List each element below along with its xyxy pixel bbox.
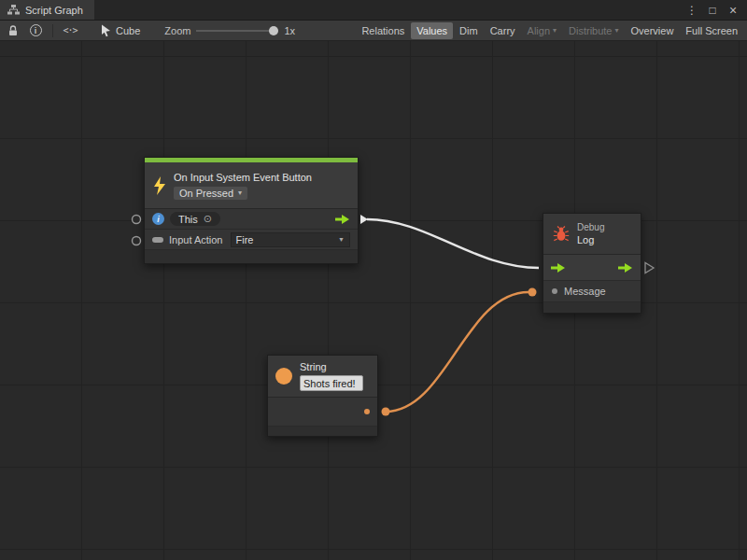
graph-toolbar: i <·> Cube Zoom 1x Relations Values Dim …	[0, 21, 747, 41]
cursor-icon	[100, 24, 111, 37]
on-pressed-dropdown[interactable]: On Pressed ▾	[174, 187, 247, 200]
context-label: Cube	[116, 25, 140, 36]
debug-flow-external-port[interactable]	[645, 263, 654, 273]
string-output-wire-dot[interactable]	[382, 408, 390, 416]
node-on-input-system-event-button[interactable]: On Input System Event Button On Pressed …	[144, 157, 359, 264]
tab-script-graph[interactable]: Script Graph	[0, 0, 94, 20]
input-action-dropdown[interactable]: Fire ▼	[231, 232, 351, 247]
flow-arrow-icon	[618, 263, 633, 273]
distribute-button[interactable]: Distribute ▾	[563, 22, 624, 39]
lock-icon-glyph	[7, 24, 19, 36]
bug-icon	[553, 226, 570, 242]
values-button[interactable]: Values	[411, 22, 453, 39]
message-input-wire-dot[interactable]	[529, 288, 537, 297]
code-preview-icon[interactable]: <·>	[61, 22, 79, 39]
wire-event-to-log[interactable]	[367, 219, 539, 268]
event-node-header-text: On Input System Event Button On Pressed …	[174, 172, 312, 200]
event-node-footer	[145, 250, 358, 263]
flow-arrow-icon	[335, 215, 350, 224]
tab-title: Script Graph	[25, 5, 83, 16]
zoom-value: 1x	[284, 25, 295, 36]
event-input-action-external-port[interactable]	[133, 237, 141, 245]
fullscreen-button[interactable]: Full Screen	[680, 22, 743, 39]
chevron-down-icon: ▼	[338, 236, 345, 243]
carry-button[interactable]: Carry	[485, 22, 521, 39]
debug-node-header-text: Debug Log	[577, 222, 604, 245]
lock-icon[interactable]	[4, 22, 22, 39]
event-this-external-port[interactable]	[133, 216, 141, 224]
event-node-title: On Input System Event Button	[174, 172, 312, 183]
chevron-down-icon: ▾	[553, 26, 557, 35]
lightning-icon	[152, 176, 167, 195]
string-node-title: String	[300, 361, 363, 372]
string-node-body	[268, 398, 377, 427]
string-value-input[interactable]	[300, 375, 363, 391]
overview-button[interactable]: Overview	[626, 22, 680, 39]
this-row: i This ⊙	[145, 209, 358, 230]
debug-flow-output-port[interactable]	[618, 263, 633, 273]
graph-canvas[interactable]: On Input System Event Button On Pressed …	[0, 41, 747, 560]
dim-button[interactable]: Dim	[454, 22, 484, 39]
toolbar-separator	[52, 24, 53, 37]
zoom-slider[interactable]	[196, 25, 278, 36]
graph-context[interactable]: Cube	[100, 24, 140, 37]
event-flow-wire-start-arrow[interactable]	[360, 215, 368, 224]
close-icon[interactable]: ×	[725, 2, 741, 19]
zoom-label: Zoom	[164, 25, 190, 36]
titlebar: Script Graph ⋮ □ ×	[0, 0, 747, 21]
event-flow-output-port[interactable]	[335, 215, 350, 224]
relations-button[interactable]: Relations	[356, 22, 410, 39]
graph-icon	[7, 5, 20, 15]
this-target-field[interactable]: This ⊙	[170, 212, 220, 226]
code-icon-glyph: <·>	[63, 25, 77, 35]
zoom-slider-track[interactable]	[196, 30, 278, 32]
chevron-down-icon: ▾	[238, 189, 242, 197]
debug-flow-input-port[interactable]	[551, 263, 566, 273]
chevron-down-icon: ▾	[615, 26, 619, 35]
debug-node-header[interactable]: Debug Log	[543, 214, 641, 255]
string-node-header[interactable]: String	[268, 356, 377, 398]
node-debug-log[interactable]: Debug Log Message	[543, 213, 641, 314]
input-action-icon	[152, 235, 163, 245]
wire-string-to-message[interactable]	[386, 292, 529, 412]
menu-icon[interactable]: ⋮	[684, 2, 700, 19]
message-input-port[interactable]	[552, 288, 557, 294]
target-picker-icon: ⊙	[204, 213, 212, 225]
this-info-icon: i	[152, 213, 164, 225]
message-row: Message	[543, 281, 641, 301]
string-node-footer	[268, 427, 377, 436]
debug-node-title: Log	[577, 234, 604, 245]
string-node-header-text: String	[300, 361, 363, 391]
string-output-port[interactable]	[364, 409, 370, 414]
debug-node-category: Debug	[577, 222, 604, 232]
string-type-icon	[275, 368, 292, 385]
info-icon-glyph: i	[30, 24, 42, 36]
toolbar-buttons: Relations Values Dim Carry Align ▾ Distr…	[356, 22, 743, 39]
event-node-header[interactable]: On Input System Event Button On Pressed …	[145, 162, 358, 209]
flow-arrow-icon	[551, 263, 566, 273]
info-icon[interactable]: i	[26, 22, 45, 39]
align-button[interactable]: Align ▾	[522, 22, 562, 39]
window-controls: ⋮ □ ×	[684, 0, 747, 20]
debug-flow-row	[543, 255, 641, 281]
zoom-slider-handle[interactable]	[269, 26, 278, 35]
input-action-row: Input Action Fire ▼	[145, 230, 358, 250]
input-action-label: Input Action	[169, 234, 223, 245]
message-label: Message	[564, 286, 606, 297]
debug-node-footer	[543, 301, 641, 313]
zoom-control: Zoom 1x	[164, 25, 295, 36]
node-string-literal[interactable]: String	[267, 355, 378, 437]
maximize-icon[interactable]: □	[704, 2, 721, 19]
